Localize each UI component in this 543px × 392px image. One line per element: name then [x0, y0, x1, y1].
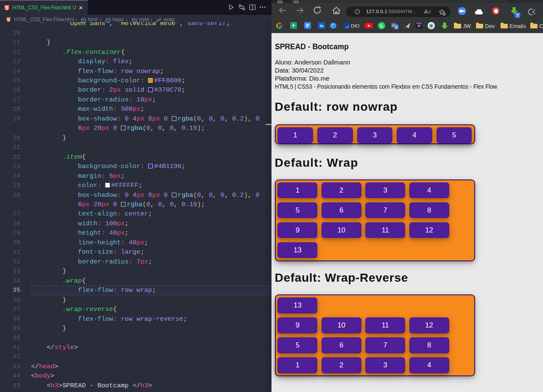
svg-text:in: in — [320, 23, 324, 28]
svg-text:文: 文 — [395, 25, 398, 29]
svg-text:?: ? — [516, 13, 519, 18]
